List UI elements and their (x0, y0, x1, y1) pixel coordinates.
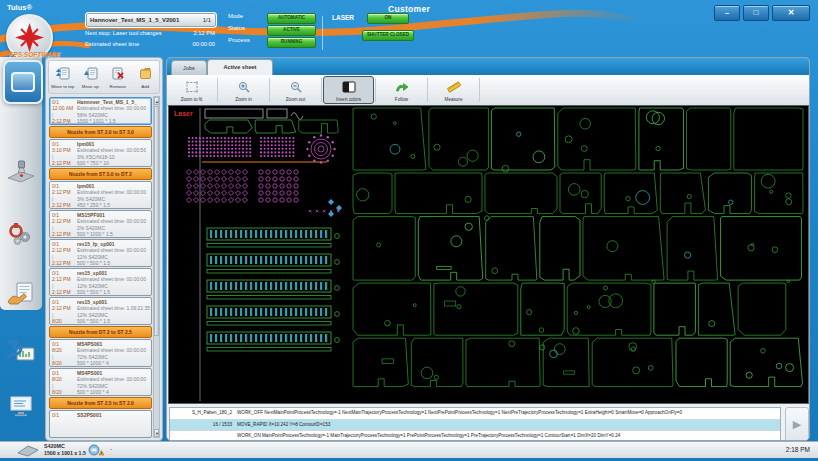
zoom-in-button[interactable]: Zoom in (219, 76, 268, 104)
toolbar-divider (217, 78, 218, 102)
queue-toolbar: Move to topMove upRemoveAdd (48, 60, 160, 94)
view-toolbar: Zoom to fitZoom inZoom outInvert colorsF… (167, 75, 809, 106)
statusbar-sheet-size: 1500 x 1001 x 1.5 (44, 450, 86, 456)
nesting-drawing (169, 106, 808, 403)
job-row[interactable]: 0/12:12 PM|2:12 PMIpm001Estimated sheet … (49, 181, 152, 209)
job-row[interactable]: 0/13:10 PM|2:12 PMIpm001Estimated sheet … (49, 139, 152, 167)
mode-automatic-button[interactable]: AUTOMATIC (267, 13, 316, 24)
sidebar-button-part-edit[interactable] (4, 281, 38, 311)
invert-colors-button[interactable]: Invert colors (323, 76, 374, 104)
add-icon (138, 66, 153, 83)
minimize-button[interactable]: – (714, 5, 740, 21)
nozzle-change-row[interactable]: Nozzle from DT 2 to ST 2.5 (49, 326, 152, 338)
sidebar-button-laser-head[interactable] (4, 159, 38, 189)
sheet-canvas[interactable]: Laser (168, 105, 809, 404)
statusbar-note: - (110, 446, 112, 452)
status-active-button[interactable]: ACTIVE (267, 25, 316, 36)
measure-icon (447, 79, 461, 97)
scrollbar-thumb[interactable] (154, 106, 159, 336)
job-queue-panel: Move to topMove upRemoveAdd 0/112:00 AM|… (45, 57, 163, 441)
tab-active-sheet[interactable]: Active sheet (207, 59, 273, 76)
job-row[interactable]: 0/12:12 PM|2:12 PMres15_sp001Estimated s… (49, 268, 152, 296)
close-button[interactable]: ✕ (772, 5, 810, 21)
tab-jobs[interactable]: Jobs (171, 60, 207, 76)
add-button[interactable]: Add (132, 66, 159, 89)
job-times: 0/12:12 PM|2:12 PM (51, 270, 77, 294)
job-times: 0/18/20|8/20 (51, 341, 77, 365)
sidebar-button-reports[interactable] (4, 393, 38, 423)
sidebar-button-machine-view[interactable] (3, 60, 43, 104)
job-times: 0/12:12 PM|2:12 PM (51, 183, 77, 207)
queue-toolbar-label: Move to top (49, 84, 76, 89)
current-job-name: Hannover_Test_MS_1_5_V2001 (86, 17, 203, 23)
current-job-box: Hannover_Test_MS_1_5_V2001 1/1 (85, 12, 217, 28)
zoom-to-fit-button[interactable]: Zoom to fit (167, 76, 216, 104)
machine-view-icon (11, 72, 35, 92)
queue-scrollbar[interactable]: ▲ ▼ (153, 96, 160, 438)
nozzle-change-row[interactable]: Nozzle from ST 2.0 to ST 3.0 (49, 126, 152, 138)
scroll-down-icon[interactable]: ▼ (154, 429, 159, 437)
job-row[interactable]: 0/1 SS2PS001 (49, 410, 152, 438)
nc-command-text: WORK_ON MainPointProcessTechnology=-1 Ma… (237, 431, 780, 441)
part-edit-icon (6, 281, 36, 311)
remove-button[interactable]: Remove (104, 66, 131, 89)
job-row[interactable]: 0/12:12 PM|8/20res15_sp001Estimated shee… (49, 297, 152, 325)
job-details: res15_fp_sp001Estimated sheet time: 00:0… (77, 241, 150, 265)
next-stop-label: Next stop: Laser tool changes (85, 30, 162, 39)
laser-on-button[interactable]: ON (367, 13, 409, 24)
job-row[interactable]: 0/12:12 PM|2:12 PMMS15PF001Estimated she… (49, 210, 152, 238)
nozzle-change-row[interactable]: Nozzle from ST 3.0 to DT 2 (49, 168, 152, 180)
job-details: MS4PS001Estimated sheet time: 00:00:0072… (77, 341, 150, 365)
job-times: 0/18/20|8/20 (51, 370, 77, 394)
toolbar-label: Follow (395, 97, 408, 102)
maximize-button[interactable]: □ (743, 5, 769, 21)
window-controls: – □ ✕ (714, 5, 810, 21)
job-row[interactable]: 0/18/20|8/20MS4PS001Estimated sheet time… (49, 339, 152, 367)
job-details: SS2PS001 (77, 412, 150, 436)
job-row[interactable]: 0/12:12 PM|2:12 PMres15_fp_sp001Estimate… (49, 239, 152, 267)
machine-warning-icon[interactable] (88, 444, 104, 457)
toolbar-divider (321, 78, 322, 102)
invert-colors-icon (342, 79, 356, 97)
nc-message-row[interactable]: 16 / 1533MOVE_RAPID X=10.242 Y=8 Contour… (170, 420, 780, 432)
status-label: Status (228, 25, 266, 31)
move-up-button[interactable]: Move up (77, 66, 104, 89)
estimated-value: 00:00:00 (192, 41, 215, 50)
zoom-fit-icon (185, 79, 199, 97)
job-details: Ipm001Estimated sheet time: 00:00:003% S… (77, 183, 150, 207)
move-to-top-button[interactable]: Move to top (49, 66, 76, 89)
process-running-button[interactable]: RUNNING (267, 37, 316, 48)
queue-toolbar-label: Remove (104, 84, 131, 89)
sidebar (0, 57, 42, 441)
move-up-icon (83, 66, 98, 83)
follow-icon (395, 79, 409, 97)
queue-toolbar-label: Move up (77, 84, 104, 89)
sidebar-button-tooling[interactable] (4, 222, 38, 252)
nc-message-list: S_H_Paben_180_2WORK_OFF NextMainPointPro… (169, 407, 781, 441)
follow-button[interactable]: Follow (377, 76, 426, 104)
tooling-icon (6, 222, 36, 252)
zoom-out-icon (289, 79, 303, 97)
nc-message-row[interactable]: S_H_Paben_180_2WORK_OFF NextMainPointPro… (170, 408, 780, 420)
job-details: Ipm001Estimated sheet time: 00:00:563% X… (77, 141, 150, 165)
reports-icon (6, 393, 36, 423)
nc-message-row[interactable]: WORK_ON MainPointProcessTechnology=-1 Ma… (170, 431, 780, 441)
queue-toolbar-label: Add (132, 84, 159, 89)
toolbar-label: Zoom to fit (181, 97, 203, 102)
scroll-up-icon[interactable]: ▲ (154, 97, 159, 105)
measure-button[interactable]: Measure (429, 76, 478, 104)
job-row[interactable]: 0/18/20|8/20MS4PS001Estimated sheet time… (49, 368, 152, 396)
laser-shutter-button[interactable]: SHUTTER CLOSED (362, 30, 414, 41)
sidebar-button-maintenance[interactable] (4, 339, 38, 369)
toolbar-label: Zoom out (286, 97, 305, 102)
app-window: Tulus® Customer – □ ✕ FPS SOFTWARE Hanno… (0, 0, 818, 461)
next-stop-value: 2:12 PM (193, 30, 215, 39)
play-button[interactable]: ▶ (785, 407, 809, 441)
job-times: 0/12:12 PM|8/20 (51, 299, 77, 323)
nozzle-change-row[interactable]: Nozzle from ST 2.5 to ST 2.0 (49, 397, 152, 409)
zoom-out-button[interactable]: Zoom out (271, 76, 320, 104)
toolbar-divider (479, 78, 480, 102)
estimated-row: Estimated sheet time 00:00:00 (85, 41, 215, 50)
remove-icon (110, 66, 125, 83)
job-row[interactable]: 0/112:00 AM|2:12 PMHannover_Test_MS_1_5_… (49, 97, 152, 125)
